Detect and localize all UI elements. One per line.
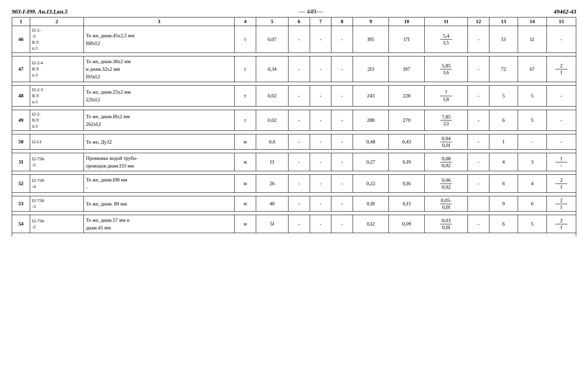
table-row: 49I2-2- В.У. п.3То же, диам.I8х2 мм 262х… xyxy=(12,110,576,131)
spacer-row xyxy=(12,82,576,85)
row-col4: т xyxy=(234,26,256,53)
row-num: 49 xyxy=(12,110,30,131)
row-col6: - xyxy=(288,110,310,131)
row-col13: 6 xyxy=(489,215,518,233)
row-col10: 0,I6 xyxy=(389,175,424,193)
row-col7: - xyxy=(310,153,332,171)
row-num: 47 xyxy=(12,56,30,82)
row-col6: - xyxy=(288,175,310,193)
row-col4: т xyxy=(234,110,256,131)
row-col8: - xyxy=(331,26,353,53)
row-col11: 0,030,0I xyxy=(424,215,468,233)
row-col11: 5,85I,6 xyxy=(424,56,468,82)
row-col9: 288 xyxy=(353,110,389,131)
row-col8: - xyxy=(331,134,353,149)
spacer-row xyxy=(12,53,576,56)
row-col7: - xyxy=(310,215,332,233)
col-header-1: 1 xyxy=(12,17,30,26)
row-code: I2-758- -3 xyxy=(30,196,84,211)
row-col9: 0,I8 xyxy=(353,196,389,211)
row-col15: 2I xyxy=(547,196,576,211)
row-col5: 0,6 xyxy=(256,134,288,149)
row-col15: 2I xyxy=(547,56,576,82)
row-col15: - xyxy=(547,85,576,106)
row-col11: 0,080,02 xyxy=(424,153,468,171)
col-header-7: 7 xyxy=(310,17,332,26)
row-col4: м xyxy=(234,196,256,211)
row-col13: 9 xyxy=(489,196,518,211)
col-header-6: 6 xyxy=(288,17,310,26)
spacer-row xyxy=(12,131,576,134)
table-row: 50I2-I-IТо же, Ду32м0,6---0,480,430,040,… xyxy=(12,134,576,149)
row-col14: 5 xyxy=(518,110,546,131)
row-col11: 0,040,0I xyxy=(424,134,468,149)
col-header-8: 8 xyxy=(331,17,353,26)
document-title: 903-I-I99. Ан.I3.I,кн.5 xyxy=(12,8,68,15)
row-code: I2-2-3 В.У. п.3 xyxy=(30,85,84,106)
row-col10: 0,09 xyxy=(389,215,424,233)
row-col11: 5,4I,5 xyxy=(424,26,468,53)
row-col4: м xyxy=(234,134,256,149)
row-desc: То же, диам.57 мм и диам.45 мм xyxy=(84,215,234,233)
row-col7: - xyxy=(310,110,332,131)
row-desc: То же, диам.I8х2 мм 262хI,I xyxy=(84,110,234,131)
row-desc: То же, диам.I08 мм - xyxy=(84,175,234,193)
row-code: I2-2- В.У. п.3 xyxy=(30,110,84,131)
row-col10: 228 xyxy=(389,85,424,106)
row-col6: - xyxy=(288,196,310,211)
col-header-12: 12 xyxy=(468,17,489,26)
row-col12: - xyxy=(468,26,489,53)
row-num: 48 xyxy=(12,85,30,106)
row-col6: - xyxy=(288,85,310,106)
row-num: 5I xyxy=(12,153,30,171)
col-header-14: 14 xyxy=(518,17,546,26)
row-col12: - xyxy=(468,153,489,171)
row-col14: 3 xyxy=(518,153,546,171)
row-desc: Промывка водой трубо- проводов диам.I33 … xyxy=(84,153,234,171)
col-header-3: 3 xyxy=(84,17,234,26)
row-col9: 243 xyxy=(353,85,389,106)
row-col6: - xyxy=(288,26,310,53)
table-row: 5II2-758- -5Промывка водой трубо- провод… xyxy=(12,153,576,171)
row-desc: То же, диам.45х2,5 мм I68хI,I xyxy=(84,26,234,53)
row-col4: м xyxy=(234,153,256,171)
doc-number: 49462-43 xyxy=(554,8,576,15)
row-col9: 0,48 xyxy=(353,134,389,149)
row-col7: - xyxy=(310,175,332,193)
row-col13: 4 xyxy=(489,153,518,171)
spacer-row xyxy=(12,193,576,196)
row-col8: - xyxy=(331,153,353,171)
row-col9: 0,I2 xyxy=(353,215,389,233)
col-header-10: 10 xyxy=(389,17,424,26)
table-row: 53I2-758- -3То же, диам. 89 ммм48---0,I8… xyxy=(12,196,576,211)
row-col13: I xyxy=(489,134,518,149)
row-col14: I2 xyxy=(518,26,546,53)
col-header-2: 2 xyxy=(30,17,84,26)
row-col6: - xyxy=(288,215,310,233)
row-col7: - xyxy=(310,56,332,82)
row-num: 54 xyxy=(12,215,30,233)
row-col11: 0,05-0,0I xyxy=(424,196,468,211)
row-col5: 0,02 xyxy=(256,110,288,131)
row-col8: - xyxy=(331,175,353,193)
row-code: I2-758- -5 xyxy=(30,153,84,171)
col-header-4: 4 xyxy=(234,17,256,26)
col-header-9: 9 xyxy=(353,17,389,26)
row-col12: - xyxy=(468,134,489,149)
row-col9: I85 xyxy=(353,26,389,53)
row-col12: - xyxy=(468,85,489,106)
row-col4: м xyxy=(234,175,256,193)
table-row: 47I2-2-4 В.У. п.3То же, диам.38х2 мм и д… xyxy=(12,56,576,82)
row-col14: 4 xyxy=(518,175,546,193)
row-col10: I7I xyxy=(389,26,424,53)
row-col5: 5I xyxy=(256,215,288,233)
row-col4: м xyxy=(234,215,256,233)
row-col13: 6 xyxy=(489,110,518,131)
table-row: 52I2-758- -4То же, диам.I08 мм -м26---0,… xyxy=(12,175,576,193)
table-row: 46I2-2- -5 В.У. п.3То же, диам.45х2,5 мм… xyxy=(12,26,576,53)
row-col4: т xyxy=(234,56,256,82)
row-col5: 26 xyxy=(256,175,288,193)
col-header-5: 5 xyxy=(256,17,288,26)
row-col10: 0,I3 xyxy=(389,196,424,211)
col-header-11: 11 xyxy=(424,17,468,26)
